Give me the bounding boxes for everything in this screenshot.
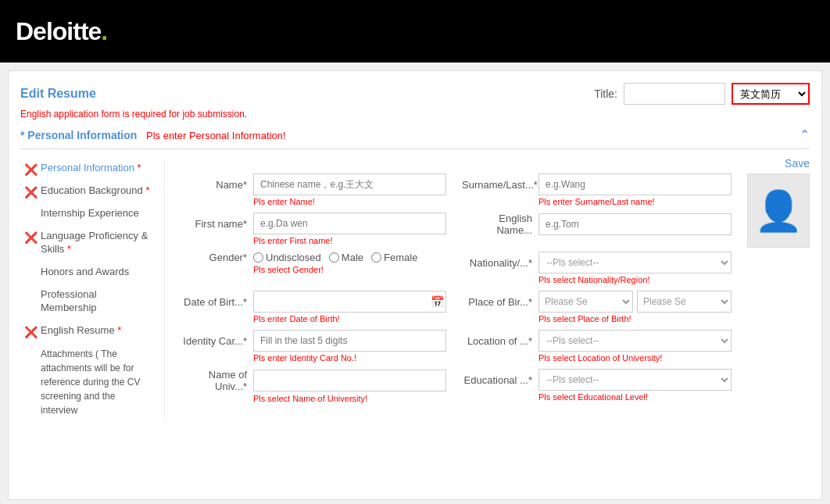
sidebar-label-internship: Internship Experience <box>41 207 152 220</box>
title-section: Title: 英文简历 中文简历 <box>594 83 810 105</box>
content-area: ❌ Personal Information * ❌ Education Bac… <box>20 157 810 422</box>
gender-undisclosed[interactable]: Undisclosed <box>253 252 321 263</box>
field-nameuniv-row: Name of Univ...* <box>177 369 446 392</box>
field-educational-row: Educational ...* --Pls select-- <box>462 369 732 391</box>
calendar-button[interactable]: 📅 <box>431 295 444 308</box>
placeofbirth-select2[interactable]: Please Se <box>637 291 732 313</box>
surname-input[interactable] <box>538 173 732 195</box>
nationality-label: Nationality/...* <box>462 257 532 269</box>
main-container: Edit Resume Title: 英文简历 中文简历 English app… <box>8 70 822 500</box>
locationuniv-error: Pls select Location of University! <box>538 353 732 363</box>
form-row-firstname: First name* Pls enter First name! Englis… <box>177 213 732 245</box>
sidebar-item-english-resume[interactable]: ❌ English Resume * <box>20 320 156 342</box>
nameuniv-label: Name of Univ...* <box>177 369 247 392</box>
double-select-placeofbirth: Please Se Please Se <box>538 291 732 313</box>
form-row-idcard: Identity Car...* Pls enter Identity Card… <box>177 330 732 363</box>
field-name-row: Name* <box>177 173 446 195</box>
idcard-label: Identity Car...* <box>177 335 247 347</box>
field-idcard: Identity Car...* Pls enter Identity Card… <box>177 330 446 363</box>
field-nationality-row: Nationality/...* --Pls select-- <box>462 252 732 273</box>
collapse-icon[interactable]: ⌃ <box>800 127 810 142</box>
sidebar-label-language: Language Proficiency & Skills * <box>41 230 152 256</box>
sidebar-label-education: Education Background * <box>41 184 152 198</box>
form-row-gender: Gender* Undisclosed Male <box>177 252 732 284</box>
sidebar-item-personal-info[interactable]: ❌ Personal Information * <box>20 157 156 180</box>
avatar-area[interactable]: 👤 <box>747 173 810 248</box>
firstname-input[interactable] <box>253 213 446 234</box>
logo: Deloitte. <box>16 17 107 46</box>
gender-error: Pls select Gender! <box>253 265 446 274</box>
resume-type-select[interactable]: 英文简历 中文简历 <box>732 83 810 105</box>
nameuniv-error: Pls select Name of University! <box>253 394 446 403</box>
sidebar-item-education[interactable]: ❌ Education Background * <box>20 180 156 202</box>
idcard-error: Pls enter Identity Card No.! <box>253 353 446 363</box>
firstname-error: Pls enter First name! <box>253 236 446 245</box>
sidebar-item-internship[interactable]: Internship Experience <box>20 202 156 225</box>
sidebar-item-language[interactable]: ❌ Language Proficiency & Skills * <box>20 225 156 261</box>
gender-label: Gender* <box>177 252 247 263</box>
form-with-avatar: Name* Pls enter Name! Surname/Last...* P… <box>177 173 810 409</box>
field-nationality: Nationality/...* --Pls select-- Pls sele… <box>462 252 732 284</box>
name-input[interactable] <box>253 173 446 195</box>
gender-male[interactable]: Male <box>329 252 363 263</box>
field-gender: Gender* Undisclosed Male <box>177 252 446 284</box>
gender-female[interactable]: Female <box>371 252 417 263</box>
field-firstname-row: First name* <box>177 213 446 234</box>
englishname-label: English Name... <box>462 213 532 236</box>
locationuniv-select[interactable]: --Pls select-- <box>538 330 732 352</box>
sidebar: ❌ Personal Information * ❌ Education Bac… <box>20 157 165 422</box>
spacer-attachments <box>24 348 37 360</box>
section-header: * Personal Information Pls enter Persona… <box>20 127 810 149</box>
form-row-nameuniv: Name of Univ...* Pls select Name of Univ… <box>177 369 732 403</box>
english-warning: English application form is required for… <box>20 109 810 120</box>
error-icon-language: ❌ <box>24 231 37 243</box>
field-firstname: First name* Pls enter First name! <box>177 213 446 245</box>
form-fields: Name* Pls enter Name! Surname/Last...* P… <box>177 173 732 409</box>
field-locationuniv-row: Location of ...* --Pls select-- <box>462 330 732 352</box>
locationuniv-label: Location of ...* <box>462 335 532 347</box>
field-englishname-row: English Name... <box>462 213 732 236</box>
field-nameuniv: Name of Univ...* Pls select Name of Univ… <box>177 369 446 403</box>
educational-error: Pls select Educational Level! <box>538 392 732 402</box>
dob-input[interactable] <box>253 291 446 313</box>
englishname-input[interactable] <box>538 213 732 235</box>
sidebar-label-professional: Professional Membership <box>41 288 152 315</box>
firstname-label: First name* <box>177 218 247 230</box>
educational-label: Educational ...* <box>462 374 532 386</box>
dob-label: Date of Birt...* <box>177 296 247 308</box>
sidebar-item-honors[interactable]: Honors and Awards <box>20 261 156 284</box>
header: Deloitte. <box>0 0 830 63</box>
field-placeofbirth: Place of Bir...* Please Se Please Se <box>462 291 732 323</box>
placeofbirth-select1[interactable]: Please Se <box>538 291 633 313</box>
avatar-icon: 👤 <box>754 188 803 234</box>
idcard-input[interactable] <box>253 330 446 352</box>
field-englishname: English Name... <box>462 213 732 245</box>
nameuniv-input[interactable] <box>253 370 446 391</box>
dob-error: Pls enter Date of Birth! <box>253 314 446 323</box>
gender-radio-undisclosed[interactable] <box>253 252 263 263</box>
title-input[interactable] <box>624 83 725 105</box>
sidebar-item-attachments[interactable]: Attachments ( The attachments will be fo… <box>20 342 156 422</box>
gender-radio-female[interactable] <box>371 252 381 263</box>
edit-resume-title: Edit Resume <box>20 87 96 101</box>
field-idcard-row: Identity Car...* <box>177 330 446 352</box>
nationality-select[interactable]: --Pls select-- <box>538 252 732 273</box>
form-area: Save Name* Pls enter Name! <box>165 157 810 422</box>
sidebar-label-honors: Honors and Awards <box>41 266 152 279</box>
field-locationuniv: Location of ...* --Pls select-- Pls sele… <box>462 330 732 363</box>
section-subtitle: Pls enter Personal Information! <box>146 130 285 141</box>
educational-select[interactable]: --Pls select-- <box>538 369 732 391</box>
save-button[interactable]: Save <box>785 157 810 170</box>
gender-options: Undisclosed Male Female <box>253 252 417 263</box>
field-surname-row: Surname/Last...* <box>462 173 732 195</box>
gender-radio-male[interactable] <box>329 252 339 263</box>
sidebar-item-professional[interactable]: Professional Membership <box>20 284 156 320</box>
top-bar: Edit Resume Title: 英文简历 中文简历 <box>20 83 810 105</box>
surname-error: Pls enter Surname/Last name! <box>538 197 732 206</box>
section-title: * Personal Information <box>20 129 137 141</box>
date-input-wrapper: 📅 <box>253 291 446 313</box>
field-dob: Date of Birt...* 📅 Pls enter Date of Bir… <box>177 291 446 323</box>
sidebar-label-attachments: Attachments ( The attachments will be fo… <box>41 347 152 417</box>
form-row-name: Name* Pls enter Name! Surname/Last...* P… <box>177 173 732 206</box>
field-name: Name* Pls enter Name! <box>177 173 446 206</box>
